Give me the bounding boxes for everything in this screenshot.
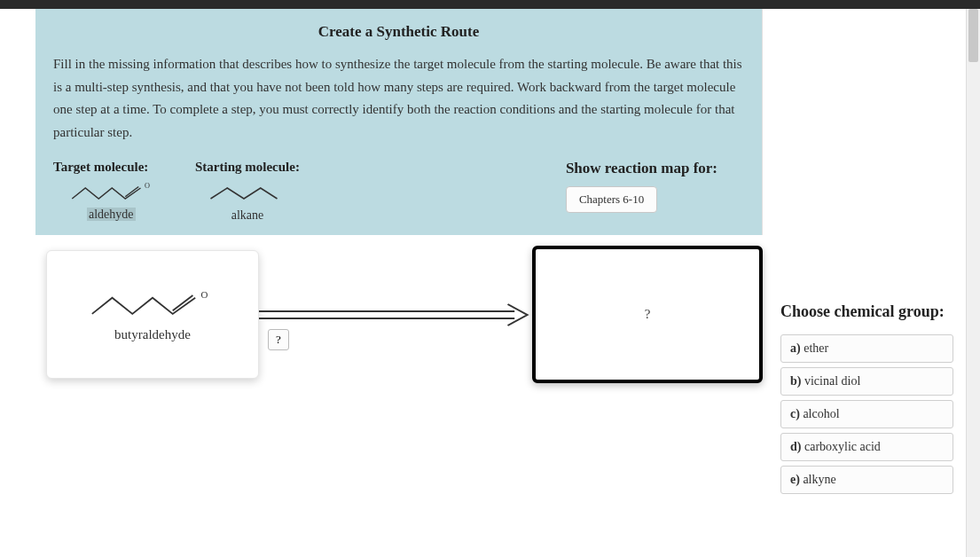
synthesis-row: O butyraldehyde ? ? (35, 235, 763, 401)
page-container: Create a Synthetic Route Fill in the mis… (0, 9, 980, 498)
choice-c[interactable]: c) alcohol (780, 400, 953, 428)
page-title: Create a Synthetic Route (53, 23, 744, 41)
butyraldehyde-structure-icon: O (77, 286, 228, 322)
svg-line-2 (173, 295, 193, 310)
reaction-arrow-block: ? (259, 288, 532, 341)
molecule-row: Target molecule: O aldehyde Starting mol… (53, 160, 744, 228)
reactant-placeholder: ? (645, 307, 651, 322)
reactant-card[interactable]: ? (532, 246, 763, 383)
choice-a[interactable]: a) ether (780, 334, 953, 363)
product-name: butyraldehyde (114, 327, 191, 342)
svg-text:O: O (145, 182, 150, 190)
scrollbar-thumb[interactable] (968, 9, 978, 62)
target-molecule-block: Target molecule: O aldehyde (53, 160, 177, 222)
svg-line-0 (125, 187, 138, 197)
starting-name: alkane (195, 208, 300, 223)
instructions-text: Fill in the missing information that des… (53, 53, 744, 144)
target-structure-icon: O (53, 180, 177, 207)
reaction-map-block: Show reaction map for: Chapters 6-10 (566, 160, 744, 213)
starting-label: Starting molecule: (195, 160, 300, 175)
choice-d[interactable]: d) carboxylic acid (780, 433, 953, 461)
top-bar (0, 0, 980, 9)
reaction-arrow-icon (259, 302, 532, 328)
product-card[interactable]: O butyraldehyde (46, 250, 259, 379)
svg-text:O: O (201, 289, 208, 300)
chapters-button[interactable]: Chapters 6-10 (566, 186, 657, 213)
sidebar: Choose chemical group: a) ether b) vicin… (763, 9, 980, 498)
choose-label: Choose chemical group: (780, 302, 962, 322)
target-name: aldehyde (53, 207, 177, 222)
main-area: Create a Synthetic Route Fill in the mis… (0, 9, 763, 401)
choice-e[interactable]: e) alkyne (780, 466, 953, 494)
reaction-map-label: Show reaction map for: (566, 160, 717, 177)
header-panel: Create a Synthetic Route Fill in the mis… (35, 9, 763, 235)
starting-molecule-block: Starting molecule: alkane (195, 160, 300, 223)
scrollbar-track[interactable] (966, 9, 980, 498)
choice-b[interactable]: b) vicinal diol (780, 367, 953, 396)
target-label: Target molecule: (53, 160, 177, 175)
starting-structure-icon (195, 180, 293, 207)
conditions-placeholder-button[interactable]: ? (268, 329, 289, 350)
